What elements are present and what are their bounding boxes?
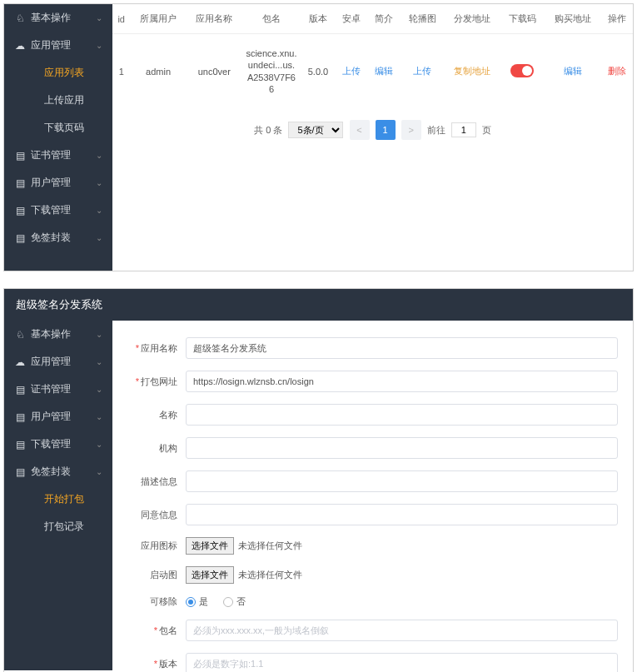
input-pkg[interactable]: [186, 620, 618, 641]
page-title: 超级签名分发系统: [4, 289, 633, 321]
panel-app-list: ♘基本操作⌄☁应用管理⌄应用列表上传应用下载页码▤证书管理⌄▤用户管理⌄▤下载管…: [3, 3, 634, 271]
intro-edit-link[interactable]: 编辑: [375, 66, 393, 76]
sidebar-item-label: 应用列表: [44, 66, 84, 80]
label-splash: 启动图: [127, 569, 186, 581]
form-area: 应用名称 打包网址 名称 机构 描述信息 同意信息 应用图标 选择文件 未选择: [112, 321, 633, 672]
sidebar-item-应用管理[interactable]: ☁应用管理⌄: [4, 348, 112, 376]
sidebar-item-打包记录[interactable]: 打包记录: [4, 513, 112, 540]
sidebar-item-label: 免签封装: [31, 231, 71, 245]
sidebar-item-label: 证书管理: [31, 148, 71, 162]
sidebar-item-上传应用[interactable]: 上传应用: [4, 87, 112, 114]
sidebar-item-下载页码[interactable]: 下载页码: [4, 114, 112, 142]
cell-id: 1: [112, 34, 130, 109]
doc-icon: ▤: [14, 205, 26, 217]
label-url: 打包网址: [127, 376, 186, 388]
pager-prev[interactable]: <: [350, 120, 370, 140]
cell-pkg: science.xnu.undeci...us.A2538V7F66: [242, 34, 301, 109]
choose-file-icon[interactable]: 选择文件: [186, 537, 234, 555]
chevron-down-icon: ⌄: [96, 385, 102, 394]
sidebar-item-用户管理[interactable]: ▤用户管理⌄: [4, 403, 112, 431]
label-removable: 可移除: [127, 595, 186, 608]
sidebar-item-label: 开始打包: [44, 492, 84, 506]
doc-icon: ▤: [14, 384, 26, 396]
input-ver[interactable]: [186, 653, 618, 672]
cloud-icon: ☁: [14, 40, 26, 52]
label-name: 名称: [127, 409, 186, 421]
input-desc[interactable]: [186, 470, 618, 492]
pager-page-1[interactable]: 1: [376, 120, 396, 140]
col-header: 应用名称: [187, 4, 242, 34]
input-name[interactable]: [186, 404, 618, 426]
sidebar-item-开始打包[interactable]: 开始打包: [4, 485, 112, 513]
panel-package: 超级签名分发系统 ♘基本操作⌄☁应用管理⌄▤证书管理⌄▤用户管理⌄▤下载管理⌄▤…: [3, 288, 634, 672]
dist-copy-link[interactable]: 复制地址: [454, 66, 490, 76]
sidebar-item-label: 基本操作: [31, 327, 71, 341]
chevron-down-icon: ⌄: [96, 178, 102, 187]
buy-edit-link[interactable]: 编辑: [564, 66, 582, 76]
doc-icon: ▤: [14, 439, 26, 450]
col-header: 简介: [368, 4, 401, 34]
radio-no[interactable]: 否: [223, 595, 246, 608]
sidebar-item-label: 下载管理: [31, 203, 71, 217]
input-url[interactable]: [186, 371, 618, 392]
doc-icon: ▤: [14, 411, 26, 423]
app-table: id所属用户应用名称包名版本安卓简介轮播图分发地址下载码购买地址操作 1 adm…: [112, 4, 633, 108]
label-icon: 应用图标: [127, 540, 186, 552]
table-row: 1 admin unc0ver science.xnu.undeci...us.…: [112, 34, 633, 109]
input-agree[interactable]: [186, 504, 618, 525]
user-icon: ♘: [14, 329, 26, 341]
pager-total: 共 0 条: [254, 124, 282, 137]
cloud-icon: ☁: [14, 356, 26, 368]
chevron-down-icon: ⌄: [96, 206, 102, 215]
sidebar-item-label: 下载页码: [44, 121, 84, 135]
sidebar-item-label: 上传应用: [44, 93, 84, 107]
choose-file-splash[interactable]: 选择文件: [186, 566, 234, 584]
download-code-switch[interactable]: [510, 64, 534, 77]
pager-next[interactable]: >: [401, 120, 421, 140]
cell-app: unc0ver: [187, 34, 242, 109]
doc-icon: ▤: [14, 177, 26, 189]
pager-goto-input[interactable]: [451, 122, 476, 137]
label-desc: 描述信息: [127, 475, 186, 488]
doc-icon: ▤: [14, 466, 26, 478]
chevron-down-icon: ⌄: [96, 412, 102, 421]
user-icon: ♘: [14, 12, 26, 24]
carousel-upload-link[interactable]: 上传: [413, 66, 431, 76]
col-header: 版本: [301, 4, 336, 34]
delete-link[interactable]: 删除: [608, 66, 626, 76]
label-app-name: 应用名称: [127, 342, 186, 355]
sidebar-item-证书管理[interactable]: ▤证书管理⌄: [4, 142, 112, 169]
pager-unit: 页: [482, 124, 491, 137]
sidebar-item-免签封装[interactable]: ▤免签封装⌄: [4, 224, 112, 251]
cell-user: admin: [130, 34, 186, 109]
doc-icon: ▤: [14, 150, 26, 162]
sidebar-item-基本操作[interactable]: ♘基本操作⌄: [4, 4, 112, 32]
pager-goto-label: 前往: [427, 124, 445, 137]
sidebar-item-用户管理[interactable]: ▤用户管理⌄: [4, 169, 112, 197]
sidebar-item-下载管理[interactable]: ▤下载管理⌄: [4, 197, 112, 224]
input-org[interactable]: [186, 437, 618, 459]
sidebar-item-免签封装[interactable]: ▤免签封装⌄: [4, 458, 112, 485]
sidebar-item-基本操作[interactable]: ♘基本操作⌄: [4, 321, 112, 348]
page-size-select[interactable]: 5条/页: [288, 122, 343, 138]
sidebar-item-label: 打包记录: [44, 520, 84, 534]
sidebar-item-label: 应用管理: [31, 355, 71, 369]
android-upload-link[interactable]: 上传: [342, 66, 361, 76]
sidebar-item-label: 应用管理: [31, 38, 71, 52]
radio-yes[interactable]: 是: [186, 595, 208, 608]
chevron-down-icon: ⌄: [96, 151, 102, 160]
sidebar-item-下载管理[interactable]: ▤下载管理⌄: [4, 431, 112, 458]
sidebar: ♘基本操作⌄☁应用管理⌄▤证书管理⌄▤用户管理⌄▤下载管理⌄▤免签封装⌄开始打包…: [4, 321, 112, 670]
sidebar: ♘基本操作⌄☁应用管理⌄应用列表上传应用下载页码▤证书管理⌄▤用户管理⌄▤下载管…: [4, 4, 112, 271]
col-header: 所属用户: [130, 4, 186, 34]
pagination: 共 0 条 5条/页 < 1 > 前往 页: [112, 108, 633, 152]
sidebar-item-证书管理[interactable]: ▤证书管理⌄: [4, 376, 112, 403]
input-app-name[interactable]: [186, 337, 618, 359]
label-pkg: 包名: [127, 625, 186, 637]
sidebar-item-应用管理[interactable]: ☁应用管理⌄: [4, 32, 112, 59]
sidebar-item-label: 免签封装: [31, 465, 71, 479]
sidebar-item-label: 用户管理: [31, 410, 71, 424]
col-header: 分发地址: [445, 4, 500, 34]
sidebar-item-应用列表[interactable]: 应用列表: [4, 59, 112, 87]
sidebar-item-label: 用户管理: [31, 176, 71, 190]
